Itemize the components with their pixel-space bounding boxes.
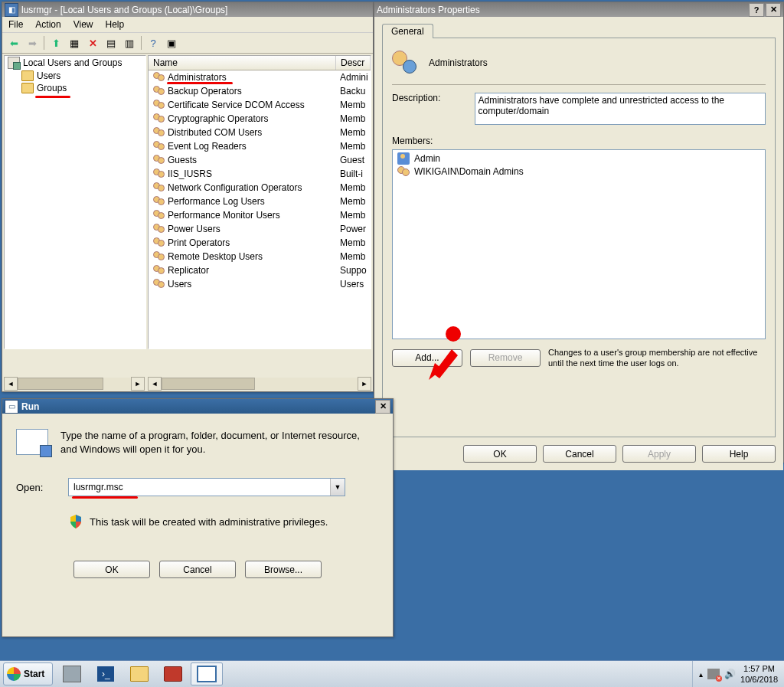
menu-action[interactable]: Action bbox=[29, 18, 67, 31]
window-icon bbox=[197, 666, 217, 682]
menu-file[interactable]: File bbox=[2, 18, 29, 31]
properties-titlebar[interactable]: Administrators Properties ? ✕ bbox=[374, 2, 783, 17]
group-row[interactable]: ReplicatorSuppo bbox=[149, 263, 371, 277]
system-tray[interactable]: ▴ ✕ 🔊 1:57 PM 10/6/2018 bbox=[692, 661, 784, 687]
properties-icon[interactable]: ▦ bbox=[66, 34, 83, 51]
group-icon bbox=[153, 279, 165, 290]
task-toolbox[interactable] bbox=[157, 662, 189, 685]
group-icon bbox=[153, 113, 165, 124]
group-icon bbox=[153, 237, 165, 248]
member-item[interactable]: WIKIGAIN\Domain Admins bbox=[394, 165, 763, 178]
lusrmgr-titlebar[interactable]: ◧ lusrmgr - [Local Users and Groups (Loc… bbox=[2, 2, 373, 17]
user-icon bbox=[397, 152, 410, 165]
scroll-right-icon[interactable]: ► bbox=[358, 377, 371, 391]
network-icon[interactable]: ✕ bbox=[707, 669, 720, 679]
members-list[interactable]: Admin WIKIGAIN\Domain Admins bbox=[392, 149, 766, 339]
forward-icon[interactable]: ➡ bbox=[24, 34, 41, 51]
description-field[interactable]: Administrators have complete and unrestr… bbox=[475, 93, 766, 125]
tray-chevron-icon[interactable]: ▴ bbox=[699, 670, 703, 679]
scroll-left-icon[interactable]: ◄ bbox=[148, 377, 162, 391]
group-row[interactable]: Cryptographic OperatorsMemb bbox=[149, 112, 371, 126]
tree-pane[interactable]: Local Users and Groups Users Groups bbox=[4, 55, 146, 349]
clock[interactable]: 1:57 PM 10/6/2018 bbox=[740, 663, 778, 685]
annotation-underline-groups bbox=[35, 96, 70, 98]
group-row[interactable]: Performance Log UsersMemb bbox=[149, 195, 371, 208]
cancel-button[interactable]: Cancel bbox=[159, 561, 236, 578]
members-label: Members: bbox=[392, 136, 766, 146]
open-combobox[interactable]: ▼ bbox=[68, 478, 345, 496]
group-row[interactable]: Power UsersPower bbox=[149, 222, 371, 236]
refresh-icon[interactable]: ▤ bbox=[103, 34, 119, 51]
apply-button[interactable]: Apply bbox=[622, 445, 696, 463]
annotation-underline-administrators bbox=[167, 82, 233, 84]
task-server-manager[interactable] bbox=[56, 662, 88, 685]
scroll-left-icon[interactable]: ◄ bbox=[4, 377, 18, 391]
help-button[interactable]: ? bbox=[749, 3, 764, 17]
open-input[interactable] bbox=[69, 479, 330, 496]
group-row[interactable]: GuestsGuest bbox=[149, 153, 371, 167]
browse-button[interactable]: Browse... bbox=[245, 561, 322, 578]
group-icon bbox=[153, 210, 165, 221]
group-icon bbox=[153, 168, 165, 179]
group-row[interactable]: Performance Monitor UsersMemb bbox=[149, 208, 371, 222]
group-large-icon bbox=[392, 51, 416, 75]
menu-help[interactable]: Help bbox=[100, 18, 131, 31]
toolbar-icon[interactable]: ▣ bbox=[163, 34, 180, 51]
delete-icon[interactable]: ✕ bbox=[84, 34, 101, 51]
group-row[interactable]: Network Configuration OperatorsMemb bbox=[149, 181, 371, 195]
task-explorer[interactable] bbox=[123, 662, 155, 685]
ok-button[interactable]: OK bbox=[74, 561, 150, 578]
properties-dialog: Administrators Properties ? ✕ General Ad… bbox=[374, 2, 784, 463]
help-button[interactable]: Help bbox=[702, 445, 776, 463]
help-icon[interactable]: ? bbox=[145, 34, 162, 51]
list-pane[interactable]: Name Descr AdministratorsAdminiBackup Op… bbox=[148, 55, 371, 349]
group-row[interactable]: Print OperatorsMemb bbox=[149, 236, 371, 250]
right-scrollbar[interactable]: ◄ ► bbox=[148, 378, 371, 390]
task-window[interactable] bbox=[191, 662, 223, 685]
group-icon bbox=[153, 196, 165, 207]
back-icon[interactable]: ⬅ bbox=[5, 34, 22, 51]
export-icon[interactable]: ▥ bbox=[121, 34, 138, 51]
tree-root[interactable]: Local Users and Groups bbox=[5, 56, 145, 70]
run-title: Run bbox=[21, 401, 39, 412]
task-powershell[interactable]: ›_ bbox=[90, 662, 122, 685]
ok-button[interactable]: OK bbox=[463, 445, 537, 463]
group-row[interactable]: IIS_IUSRSBuilt-i bbox=[149, 167, 371, 181]
admin-note: This task will be created with administr… bbox=[90, 516, 328, 528]
description-label: Description: bbox=[392, 93, 467, 103]
folder-icon bbox=[21, 70, 34, 81]
col-desc[interactable]: Descr bbox=[336, 56, 371, 70]
group-icon bbox=[153, 265, 165, 276]
group-row[interactable]: UsersUsers bbox=[149, 277, 371, 291]
cancel-button[interactable]: Cancel bbox=[543, 445, 616, 463]
server-icon bbox=[63, 666, 81, 682]
start-button[interactable]: Start bbox=[3, 662, 53, 685]
toolbar: ⬅ ➡ ⬆ ▦ ✕ ▤ ▥ ? ▣ bbox=[2, 33, 373, 54]
left-scrollbar[interactable]: ◄ ► bbox=[4, 378, 145, 390]
group-icon bbox=[153, 224, 165, 234]
member-item[interactable]: Admin bbox=[394, 152, 763, 165]
shield-icon bbox=[70, 515, 82, 528]
close-icon[interactable]: ✕ bbox=[766, 3, 781, 17]
tree-users[interactable]: Users bbox=[5, 70, 145, 82]
group-row[interactable]: Event Log ReadersMemb bbox=[149, 139, 371, 153]
tree-groups[interactable]: Groups bbox=[5, 82, 145, 94]
up-icon[interactable]: ⬆ bbox=[47, 34, 64, 51]
remove-button[interactable]: Remove bbox=[470, 349, 541, 367]
group-row[interactable]: Remote Desktop UsersMemb bbox=[149, 250, 371, 263]
volume-icon[interactable]: 🔊 bbox=[724, 669, 736, 679]
group-row[interactable]: Backup OperatorsBacku bbox=[149, 84, 371, 98]
tab-general[interactable]: General bbox=[382, 24, 433, 38]
group-icon bbox=[397, 166, 410, 177]
lusrmgr-title: lusrmgr - [Local Users and Groups (Local… bbox=[21, 5, 227, 15]
group-row[interactable]: Certificate Service DCOM AccessMemb bbox=[149, 98, 371, 112]
run-titlebar[interactable]: ▭ Run ✕ bbox=[2, 399, 393, 414]
col-name[interactable]: Name bbox=[149, 56, 336, 70]
menu-view[interactable]: View bbox=[67, 18, 100, 31]
scroll-right-icon[interactable]: ► bbox=[131, 377, 145, 391]
close-icon[interactable]: ✕ bbox=[375, 400, 390, 414]
add-button[interactable]: Add... bbox=[392, 349, 462, 367]
dropdown-icon[interactable]: ▼ bbox=[330, 479, 345, 496]
list-header: Name Descr bbox=[149, 56, 371, 70]
group-row[interactable]: Distributed COM UsersMemb bbox=[149, 126, 371, 139]
